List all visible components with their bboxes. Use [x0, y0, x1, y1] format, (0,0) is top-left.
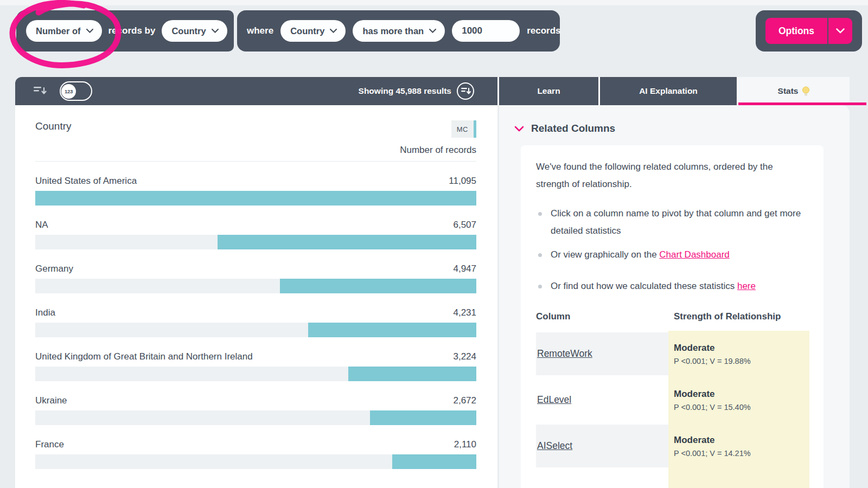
category-label: France: [35, 439, 64, 450]
table-row: RemoteWork Moderate P <0.001; V = 19.88%: [536, 331, 809, 377]
tab-ai-explanation[interactable]: AI Explanation: [600, 77, 737, 105]
category-label: India: [35, 307, 55, 318]
chart-dashboard-link[interactable]: Chart Dashboard: [659, 249, 729, 260]
showing-results-text: Showing 45,988 results: [359, 86, 451, 96]
bar[interactable]: [35, 454, 476, 469]
chevron-down-icon: [212, 29, 219, 33]
filter-value-input[interactable]: [452, 20, 520, 42]
stats-panel: Related Columns We've found the followin…: [499, 105, 850, 488]
category-value: 2,672: [453, 395, 476, 406]
bar[interactable]: [35, 235, 476, 249]
group-by-dropdown[interactable]: Country: [162, 20, 227, 42]
related-columns-bullets: Click on a column name to pivot by that …: [536, 205, 808, 295]
chart-row: India 4,231: [35, 307, 476, 337]
bar[interactable]: [35, 191, 476, 206]
where-label: where: [247, 25, 273, 36]
options-dropdown-arrow[interactable]: [827, 18, 852, 44]
sort-icon[interactable]: [34, 86, 48, 97]
category-value: 11,095: [449, 176, 476, 187]
group-by-dropdown-label: Country: [171, 26, 206, 36]
chevron-down-icon: [429, 29, 436, 33]
chart-panel: Country MC Number of records United Stat…: [15, 105, 497, 488]
column-header: Column: [536, 311, 668, 322]
chevron-down-icon: [836, 28, 845, 34]
methodology-here-link[interactable]: here: [737, 281, 756, 291]
lightbulb-icon: [802, 86, 810, 97]
strength-detail: P <0.001; V = 14.21%: [674, 449, 809, 458]
records-label: records: [527, 25, 560, 36]
category-label: United States of America: [35, 176, 137, 187]
related-columns-card: We've found the following related column…: [521, 145, 824, 488]
chevron-down-icon: [86, 29, 93, 33]
category-value: 4,947: [453, 264, 476, 274]
strength-label: Moderate: [674, 343, 809, 354]
chart-row: United Kingdom of Great Britain and Nort…: [35, 351, 476, 381]
results-header-bar: 123 Showing 45,988 results: [15, 77, 497, 105]
column-link-remotework[interactable]: RemoteWork: [537, 348, 592, 359]
chart-title: Country: [35, 120, 72, 132]
bar[interactable]: [35, 367, 476, 381]
bullet-methodology: Or find out how we calculated these stat…: [536, 278, 802, 295]
filter-column-dropdown-label: Country: [290, 26, 324, 36]
category-value: 4,231: [453, 307, 476, 318]
chart-rows: United States of America 11,095 NA 6,507…: [35, 176, 476, 469]
related-columns-title: Related Columns: [531, 123, 615, 134]
chevron-down-icon: [330, 29, 337, 33]
bullet-chart-dashboard: Or view graphically on the Chart Dashboa…: [536, 246, 802, 264]
column-link-aiselect[interactable]: AISelect: [537, 440, 572, 452]
table-row: AISelect Moderate P <0.001; V = 14.21%: [536, 423, 809, 469]
table-row: EdLevel Moderate P <0.001; V = 15.40%: [536, 377, 809, 423]
related-columns-intro: We've found the following related column…: [536, 158, 807, 193]
category-label: NA: [35, 220, 48, 230]
chart-row: France 2,110: [35, 439, 476, 469]
query-bar-measure-group: Number of records by Country: [16, 10, 234, 52]
column-type-badge[interactable]: MC: [451, 120, 476, 138]
category-label: Ukraine: [35, 395, 67, 406]
sort-results-icon[interactable]: [456, 82, 475, 100]
chevron-down-icon: [514, 126, 524, 132]
category-label: United Kingdom of Great Britain and Nort…: [35, 351, 253, 362]
measure-dropdown-label: Number of: [36, 26, 81, 36]
top-strip: [0, 0, 868, 5]
strength-detail: P <0.001; V = 15.40%: [674, 403, 809, 412]
value-column-label: Number of records: [35, 145, 476, 162]
query-bar-options-group: Options: [756, 10, 862, 52]
tab-stats[interactable]: Stats: [738, 77, 850, 105]
tab-stats-label: Stats: [778, 86, 799, 96]
filter-operator-dropdown-label: has more than: [362, 26, 424, 36]
bar[interactable]: [35, 410, 476, 425]
category-value: 3,224: [453, 351, 476, 362]
numeric-format-toggle[interactable]: 123: [60, 81, 92, 101]
category-value: 2,110: [454, 439, 476, 450]
numeric-toggle-knob: 123: [61, 84, 76, 99]
strength-header: Strength of Relationship: [668, 311, 809, 322]
bar[interactable]: [35, 323, 476, 337]
options-button[interactable]: Options: [765, 18, 827, 44]
filter-column-dropdown[interactable]: Country: [280, 20, 346, 42]
records-by-label: records by: [108, 25, 156, 36]
strength-label: Moderate: [674, 435, 809, 446]
chart-row: Germany 4,947: [35, 264, 476, 293]
chart-row: Ukraine 2,672: [35, 395, 476, 425]
chart-row: NA 6,507: [35, 220, 476, 249]
column-type-badge-label: MC: [451, 120, 474, 138]
query-bar-filter-group: where Country has more than records: [237, 10, 560, 52]
bar[interactable]: [35, 279, 476, 293]
category-label: Germany: [35, 264, 73, 274]
column-link-edlevel[interactable]: EdLevel: [537, 394, 571, 406]
chart-row: United States of America 11,095: [35, 176, 476, 206]
category-value: 6,507: [453, 220, 476, 230]
bullet-pivot-hint: Click on a column name to pivot by that …: [536, 205, 802, 240]
measure-dropdown[interactable]: Number of: [26, 20, 102, 42]
strength-label: Moderate: [674, 389, 809, 400]
column-type-badge-strip: [474, 120, 476, 138]
filter-operator-dropdown[interactable]: has more than: [353, 20, 445, 42]
tab-learn[interactable]: Learn: [499, 77, 598, 105]
table-row-partial: [536, 469, 809, 488]
related-columns-header[interactable]: Related Columns: [514, 123, 850, 134]
strength-detail: P <0.001; V = 19.88%: [674, 357, 809, 365]
options-split-button: Options: [765, 18, 852, 44]
related-columns-table: Column Strength of Relationship RemoteWo…: [536, 311, 809, 488]
